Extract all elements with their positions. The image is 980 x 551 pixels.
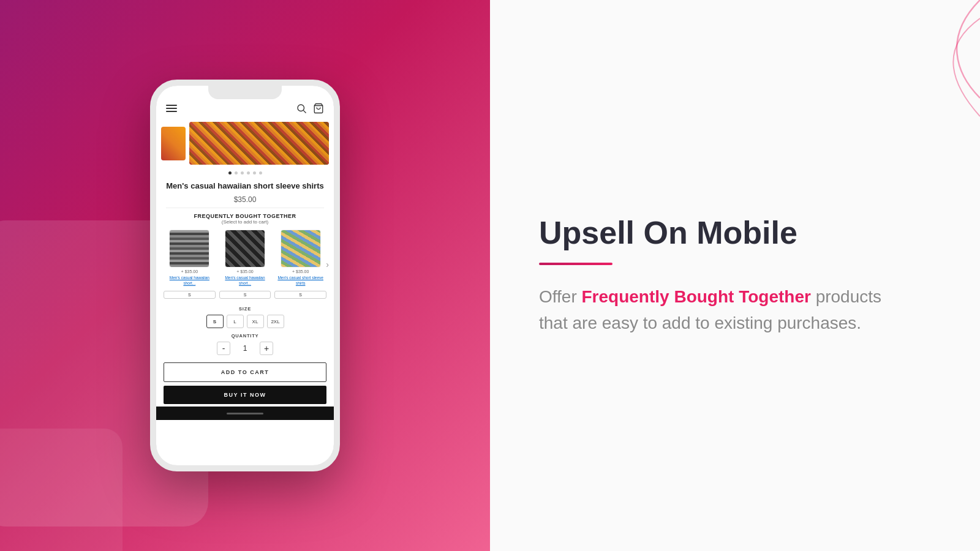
svg-point-0 xyxy=(298,105,304,111)
phone-frame: Men's casual hawaiian short sleeve shirt… xyxy=(150,80,340,471)
svg-line-1 xyxy=(303,110,306,113)
decorative-curves xyxy=(858,0,980,122)
fbt-section: FREQUENTLY BOUGHT TOGETHER (Select to ad… xyxy=(156,208,334,304)
fbt-size-select-1[interactable]: SMLXL xyxy=(164,291,216,299)
size-section: SIZE S L XL 2XL xyxy=(156,304,334,331)
quantity-controls: - 1 + xyxy=(164,342,326,355)
quantity-label: QUANTITY xyxy=(164,333,326,339)
fbt-price-2: + $35.00 xyxy=(236,269,253,274)
dot-2[interactable] xyxy=(235,171,238,174)
phone-screen: Men's casual hawaiian short sleeve shirt… xyxy=(156,86,334,465)
fbt-product-3: + $35.00 Men's casual short sleeve shirt… xyxy=(274,230,326,299)
quantity-value: 1 xyxy=(239,344,251,353)
image-dots xyxy=(156,168,334,178)
fbt-img-3[interactable] xyxy=(281,230,321,268)
right-content: Upsell On Mobile Offer Frequently Bought… xyxy=(539,215,907,337)
volume-down-button xyxy=(154,205,156,230)
fbt-title: FREQUENTLY BOUGHT TOGETHER xyxy=(164,213,326,219)
fbt-select-wrap-1: SMLXL xyxy=(164,288,216,299)
right-panel: Upsell On Mobile Offer Frequently Bought… xyxy=(490,0,980,551)
mute-button xyxy=(154,147,156,165)
size-btn-s[interactable]: S xyxy=(206,315,224,328)
quantity-section: QUANTITY - 1 + xyxy=(156,331,334,358)
fbt-select-wrap-2: SMLXL xyxy=(219,288,271,299)
fbt-select-wrap-3: SMLXL xyxy=(274,288,326,299)
product-thumb-large xyxy=(189,122,329,165)
volume-up-button xyxy=(154,174,156,199)
fbt-product-1: + $35.00 Men's casual hawaiian short... … xyxy=(164,230,216,299)
size-btn-l[interactable]: L xyxy=(227,315,244,328)
fbt-price-1: + $35.00 xyxy=(181,269,198,274)
size-buttons: S L XL 2XL xyxy=(164,315,326,328)
product-thumb-small xyxy=(161,127,186,160)
sub-text-highlight: Frequently Bought Together xyxy=(582,287,811,306)
fbt-price-3: + $35.00 xyxy=(292,269,309,274)
fbt-name-1[interactable]: Men's casual hawaiian short... xyxy=(164,276,216,286)
fbt-img-1[interactable] xyxy=(169,230,209,268)
dot-3[interactable] xyxy=(241,171,244,174)
dot-4[interactable] xyxy=(247,171,250,174)
size-btn-2xl[interactable]: 2XL xyxy=(267,315,284,328)
fbt-products: + $35.00 Men's casual hawaiian short... … xyxy=(164,230,326,299)
fbt-product-2: + $35.00 Men's casual hawaiian short... … xyxy=(219,230,271,299)
sub-text: Offer Frequently Bought Together product… xyxy=(539,283,907,337)
left-panel: Men's casual hawaiian short sleeve shirt… xyxy=(0,0,490,551)
dot-5[interactable] xyxy=(253,171,256,174)
product-title: Men's casual hawaiian short sleeve shirt… xyxy=(156,178,334,194)
quantity-minus-button[interactable]: - xyxy=(217,342,230,355)
fbt-subtitle: (Select to add to cart) xyxy=(164,219,326,225)
fbt-size-select-3[interactable]: SMLXL xyxy=(274,291,326,299)
dot-1[interactable] xyxy=(228,171,232,174)
size-label: SIZE xyxy=(164,306,326,312)
accent-line xyxy=(539,263,612,265)
phone-notch xyxy=(208,86,282,99)
cart-icon[interactable] xyxy=(313,103,324,114)
buy-it-now-button[interactable]: BUY IT NOW xyxy=(164,386,326,404)
fbt-name-2[interactable]: Men's casual hawaiian short... xyxy=(219,276,271,286)
sub-text-prefix: Offer xyxy=(539,287,582,306)
nav-icons xyxy=(296,103,324,114)
quantity-plus-button[interactable]: + xyxy=(260,342,273,355)
fbt-size-select-2[interactable]: SMLXL xyxy=(219,291,271,299)
search-icon[interactable] xyxy=(296,103,307,114)
dot-6[interactable] xyxy=(259,171,262,174)
cta-section: ADD TO CART BUY IT NOW xyxy=(156,358,334,407)
product-price: $35.00 xyxy=(156,194,334,208)
add-to-cart-button[interactable]: ADD TO CART xyxy=(164,362,326,382)
fbt-img-2[interactable] xyxy=(225,230,265,268)
size-btn-xl[interactable]: XL xyxy=(247,315,264,328)
product-images xyxy=(156,119,334,168)
fbt-name-3[interactable]: Men's casual short sleeve shirts xyxy=(274,276,326,286)
home-indicator xyxy=(227,413,263,414)
fbt-next-arrow[interactable]: › xyxy=(326,260,329,269)
phone-mockup: Men's casual hawaiian short sleeve shirt… xyxy=(150,80,340,471)
main-heading: Upsell On Mobile xyxy=(539,215,907,252)
hamburger-icon[interactable] xyxy=(166,105,177,112)
power-button xyxy=(334,159,336,190)
phone-bottom-bar xyxy=(156,407,334,420)
